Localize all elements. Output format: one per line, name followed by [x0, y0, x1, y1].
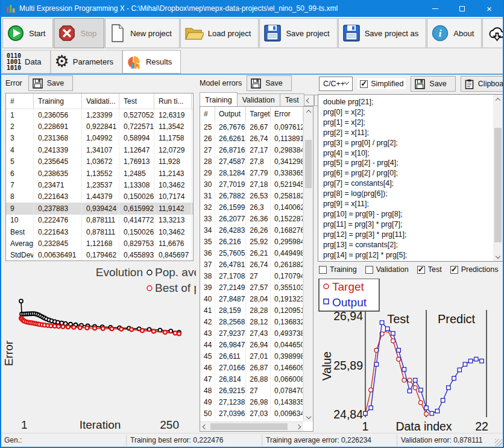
- scroll-left-button[interactable]: [200, 422, 210, 432]
- table-row[interactable]: 70,234711,235371,1330810,3462: [6, 179, 193, 191]
- tab-validation[interactable]: Validation: [237, 93, 280, 106]
- table-row[interactable]: 4927,123826,980,143835: [200, 396, 303, 408]
- table-row[interactable]: 2827,458727,80,341298: [200, 156, 303, 167]
- table-cell: 0,097612: [271, 121, 303, 133]
- status-bar: Gen.: Training best error: 0,222476 Trai…: [1, 433, 503, 447]
- table-row[interactable]: 3426,428326,260,168276: [200, 224, 303, 236]
- language-select[interactable]: C/C++: [319, 77, 353, 91]
- nav-data-button[interactable]: 011010011010 Data: [2, 50, 51, 74]
- scroll-right-button[interactable]: [294, 422, 303, 432]
- chevron-down-icon: [344, 80, 349, 84]
- table-row[interactable]: 30,2313681,049920,5899411,1758: [6, 133, 193, 144]
- model-errors-table[interactable]: #OutputTargetError2526,767626,670,097612…: [200, 106, 313, 432]
- table-row[interactable]: 4426,984726,940,044650: [200, 339, 303, 350]
- table-cell: 27,03: [246, 408, 271, 419]
- error-tab-label: Error: [5, 79, 22, 87]
- table-row[interactable]: 4027,848728,040,191323: [200, 293, 303, 304]
- code-vscrollbar[interactable]: [493, 95, 503, 261]
- table-cell: 35: [200, 236, 215, 247]
- table-row[interactable]: 5027,039627,030,009634: [200, 408, 303, 419]
- updates-button[interactable]: Updates: [482, 18, 504, 48]
- table-row[interactable]: 3326,207726,360,152287: [200, 213, 303, 224]
- toggle-training[interactable]: Training: [319, 265, 357, 274]
- about-button[interactable]: i About: [427, 18, 482, 48]
- table-cell: 0,113891: [271, 133, 303, 144]
- table-row[interactable]: Best0,2216430,8781110,15002610,3462: [6, 226, 193, 238]
- toggle-predictions[interactable]: Predictions: [450, 265, 499, 274]
- scroll-down-button[interactable]: [304, 412, 313, 421]
- table-row[interactable]: Average0,2328451,121680,82975311,6676: [6, 238, 193, 249]
- new-project-button[interactable]: New project: [105, 18, 180, 48]
- table-cell: 44: [200, 339, 215, 350]
- table-row[interactable]: 100,2224760,8781110,41477213,3213: [6, 215, 193, 226]
- maximize-button[interactable]: [449, 0, 476, 17]
- table-cell: 0,455893: [119, 250, 154, 261]
- toggle-label: Validation: [376, 265, 409, 274]
- svg-text:Pop. average: Pop. average: [155, 266, 196, 279]
- table-row[interactable]: 2726,871627,170,298384: [200, 144, 303, 156]
- save-as-icon: [342, 24, 361, 42]
- window-title: Multi Expression Programming X - C:\Miha…: [19, 4, 421, 13]
- close-button[interactable]: ×: [476, 0, 503, 17]
- code-save-button[interactable]: Save: [411, 76, 456, 92]
- table-row[interactable]: 10,2360561,233990,52705212,6319: [6, 109, 193, 121]
- save-project-button[interactable]: Save project: [259, 18, 337, 48]
- table-row[interactable]: 80,2216431,443790,15002610,7174: [6, 191, 193, 203]
- table-row[interactable]: 3927,214927,570,355103: [200, 282, 303, 293]
- simplified-checkbox[interactable]: Simplified: [358, 78, 406, 89]
- table-row[interactable]: 3827,1708270,170794: [200, 270, 303, 282]
- load-project-button[interactable]: Load project: [180, 18, 259, 48]
- table-row[interactable]: 4726,81426,880,066008: [200, 373, 303, 385]
- table-row[interactable]: 4627,016626,870,146609: [200, 362, 303, 373]
- toggle-validation[interactable]: Validation: [365, 265, 409, 274]
- scroll-down-button[interactable]: [493, 251, 503, 261]
- table-cell: 0,414772: [119, 215, 154, 226]
- resize-grip[interactable]: [495, 439, 502, 446]
- model-errors-save-button[interactable]: Save: [247, 75, 292, 91]
- model-errors-hscrollbar[interactable]: [200, 421, 303, 431]
- scroll-up-button[interactable]: [493, 95, 503, 104]
- table-row[interactable]: 90,2378830,9394240,61599211,9142: [6, 203, 193, 214]
- table-row[interactable]: 4228,256828,120,136832: [200, 316, 303, 327]
- table-row[interactable]: 2626,626126,740,113891: [200, 133, 303, 144]
- save-project-as-button[interactable]: Save project as: [338, 18, 427, 48]
- tab-test[interactable]: Test: [280, 93, 304, 106]
- table-row[interactable]: 2928,128427,790,338365: [200, 167, 303, 178]
- table-row[interactable]: 40,2413391,341071,1264712,0729: [6, 144, 193, 156]
- table-row[interactable]: 3126,788226,530,258182: [200, 190, 303, 201]
- tab-training[interactable]: Training: [200, 92, 238, 106]
- table-row[interactable]: 3027,701927,180,521945: [200, 178, 303, 190]
- table-row[interactable]: 4128,15928,280,120951: [200, 304, 303, 316]
- toggle-test[interactable]: Test: [417, 265, 442, 274]
- table-row[interactable]: 3625,760526,210,449498: [200, 247, 303, 259]
- stop-button[interactable]: Stop: [54, 18, 104, 48]
- generated-code-box[interactable]: double prg[21]; prg[0] = x[2]; prg[1] = …: [318, 94, 503, 262]
- table-row[interactable]: 4327,923727,430,493738: [200, 327, 303, 339]
- runs-error-table[interactable]: #TrainingValidati...TestRun ti...10,2360…: [5, 93, 194, 261]
- table-row[interactable]: 50,2356451,036721,7691311,928: [6, 156, 193, 168]
- table-row[interactable]: 60,2386351,135521,248511,2143: [6, 168, 193, 179]
- table-cell: Training: [34, 93, 82, 109]
- nav-parameters-button[interactable]: ⚙ Parameters: [51, 50, 122, 74]
- nav-results-button[interactable]: Results: [122, 50, 181, 74]
- table-cell: 0,150026: [119, 191, 154, 203]
- model-errors-title: Model errors: [200, 79, 242, 87]
- table-cell: Best: [6, 226, 34, 238]
- tab-scroll-left-button[interactable]: [304, 95, 314, 106]
- scroll-up-button[interactable]: [304, 107, 313, 116]
- table-cell: 0,58994: [119, 133, 154, 144]
- table-row[interactable]: 4526,61127,010,398998: [200, 350, 303, 362]
- table-row[interactable]: 3526,21625,920,295984: [200, 236, 303, 247]
- table-row[interactable]: 3226,159926,30,140062: [200, 201, 303, 213]
- table-row[interactable]: StdDev0,006364910,1794620,4558930,845697: [6, 250, 193, 261]
- clipboard-button[interactable]: Clipboard: [461, 76, 504, 92]
- start-button[interactable]: Start: [2, 18, 53, 48]
- table-row[interactable]: 4826,9215270,078470: [200, 385, 303, 396]
- minimize-button[interactable]: [421, 0, 449, 17]
- table-row[interactable]: 2526,767626,670,097612: [200, 121, 303, 133]
- model-errors-vscrollbar[interactable]: [303, 107, 313, 421]
- table-row[interactable]: 20,2286910,9228410,72257111,3542: [6, 121, 193, 132]
- error-save-button[interactable]: Save: [28, 75, 74, 91]
- toggle-label: Training: [330, 265, 357, 274]
- table-row[interactable]: 3726,478126,740,261882: [200, 259, 303, 270]
